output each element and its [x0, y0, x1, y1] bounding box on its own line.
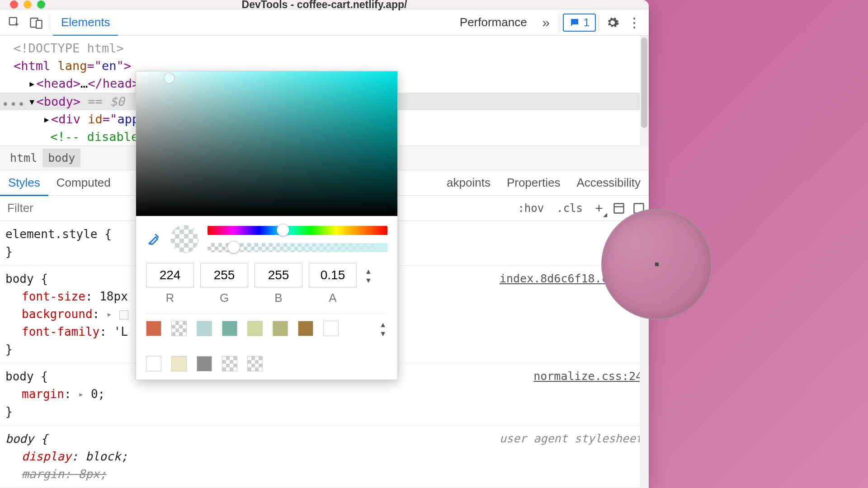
settings-icon[interactable]: [602, 14, 623, 32]
palette-swatch[interactable]: [298, 321, 313, 336]
subtab-breakpoints[interactable]: akpoints: [447, 171, 499, 196]
computed-toggle-icon[interactable]: [609, 202, 629, 215]
zoom-window[interactable]: [37, 0, 45, 9]
label-a: A: [329, 291, 336, 305]
content-area: ••• <!DOCTYPE html> <html lang="en"> ▸<h…: [0, 36, 649, 488]
source-link[interactable]: normalize.css:24: [533, 368, 642, 385]
subtab-accessibility[interactable]: Accessibility: [568, 171, 649, 196]
input-r[interactable]: [146, 263, 194, 287]
devtools-window: DevTools - coffee-cart.netlify.app/ Elem…: [0, 0, 649, 488]
subtab-computed[interactable]: Computed: [48, 171, 119, 196]
styles-scrollbar[interactable]: [640, 221, 649, 488]
color-mode-switch[interactable]: ▲▼: [363, 263, 374, 285]
input-g[interactable]: [200, 263, 248, 287]
eyedropper-icon[interactable]: [146, 231, 161, 247]
issues-count: 1: [584, 16, 590, 29]
svg-rect-3: [614, 203, 624, 213]
palette-switch[interactable]: ▲▼: [379, 321, 387, 338]
device-toggle-icon[interactable]: [25, 14, 47, 32]
dom-scrollbar[interactable]: [640, 36, 649, 146]
input-a[interactable]: [309, 263, 357, 287]
palette-swatch[interactable]: [247, 356, 263, 371]
palette-swatches: ▲▼: [146, 313, 387, 371]
palette-swatch[interactable]: [247, 321, 263, 336]
palette-swatch[interactable]: [171, 321, 187, 336]
titlebar: DevTools - coffee-cart.netlify.app/: [0, 0, 649, 9]
dom-doctype: <!DOCTYPE html>: [14, 41, 124, 55]
svg-rect-4: [634, 203, 644, 213]
svg-rect-2: [36, 20, 42, 28]
color-picker: R G B A ▲▼ ▲▼: [136, 71, 398, 380]
traffic-lights: [0, 0, 45, 9]
input-b[interactable]: [255, 263, 302, 287]
issues-badge[interactable]: 1: [563, 14, 596, 32]
tab-performance[interactable]: Performance: [452, 10, 535, 36]
rendering-icon[interactable]: [629, 202, 649, 215]
more-tabs-icon[interactable]: »: [535, 14, 557, 32]
minimize-window[interactable]: [24, 0, 32, 9]
cls-toggle[interactable]: .cls: [550, 202, 589, 215]
expand-icon[interactable]: ▸: [107, 307, 112, 321]
saturation-value-field[interactable]: [136, 71, 397, 216]
close-window[interactable]: [10, 0, 18, 9]
palette-swatch[interactable]: [146, 356, 161, 371]
palette-swatch[interactable]: [273, 321, 288, 336]
palette-swatch[interactable]: [323, 321, 339, 336]
palette-swatch[interactable]: [146, 321, 161, 336]
inspect-icon[interactable]: [4, 14, 25, 32]
label-b: B: [274, 291, 282, 305]
palette-swatch[interactable]: [197, 321, 212, 336]
label-r: R: [166, 291, 175, 305]
tab-elements[interactable]: Elements: [53, 10, 118, 36]
alpha-slider[interactable]: [208, 243, 387, 252]
source-ua: user agent stylesheet: [500, 430, 642, 447]
window-title: DevTools - coffee-cart.netlify.app/: [0, 0, 649, 11]
palette-swatch[interactable]: [197, 356, 212, 371]
svg-rect-0: [9, 17, 17, 24]
crumb-html[interactable]: html: [5, 149, 42, 167]
kebab-menu-icon[interactable]: ⋮: [623, 14, 645, 32]
rule-body-ua[interactable]: user agent stylesheet body { display: bl…: [0, 426, 649, 488]
source-link[interactable]: index.8d6c6f18.css:64: [500, 270, 642, 287]
hue-slider[interactable]: [208, 226, 387, 235]
alpha-thumb[interactable]: [227, 241, 240, 253]
color-preview: [170, 225, 198, 253]
main-toolbar: Elements Performance » 1 ⋮: [0, 9, 649, 36]
expand-icon[interactable]: ▸: [78, 387, 84, 401]
palette-swatch[interactable]: [171, 356, 187, 371]
hov-toggle[interactable]: :hov: [511, 202, 550, 215]
label-g: G: [220, 291, 229, 305]
ellipsis-icon[interactable]: •••: [2, 96, 26, 113]
subtab-styles[interactable]: Styles: [0, 171, 48, 196]
hue-thumb[interactable]: [277, 224, 289, 236]
palette-swatch[interactable]: [222, 321, 237, 336]
new-rule-icon[interactable]: +◢: [589, 201, 609, 216]
palette-swatch[interactable]: [222, 356, 237, 371]
color-swatch-icon[interactable]: [119, 310, 128, 319]
sv-thumb[interactable]: [164, 73, 174, 83]
subtab-properties[interactable]: Properties: [499, 171, 569, 196]
crumb-body[interactable]: body: [42, 149, 80, 167]
